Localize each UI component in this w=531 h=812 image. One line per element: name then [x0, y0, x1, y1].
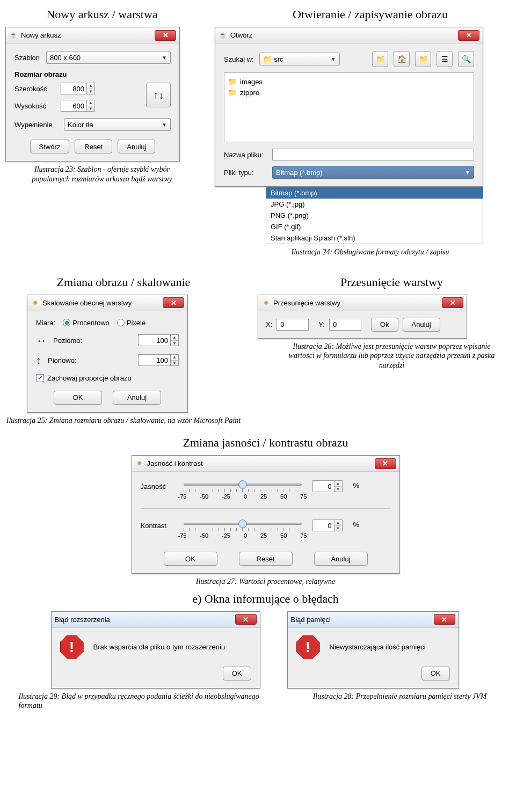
typ-label: Pliki typu:: [224, 169, 267, 177]
window-err-mem: Błąd pamięci ✕ ! Niewystarczająca ilość …: [287, 611, 459, 689]
caption-29: Ilustracja 29: Błąd w przypadku ręcznego…: [19, 692, 266, 711]
window-otworz: ☕ Otwórz ✕ Szukaj w: 📁 src▼ 📁 🏠 📁 ☰ 🔍: [215, 27, 483, 187]
caption-26: Ilustracja 26: Możliwe jest przesunięcie…: [287, 342, 497, 370]
swap-dims-button[interactable]: ↑↓: [146, 83, 171, 107]
poziomo-spin[interactable]: ▲▼: [138, 334, 179, 346]
radio-procentowo[interactable]: Procentowo: [63, 319, 110, 327]
heading-skal: Zmiana obrazu / skalowanie: [5, 275, 242, 289]
caption-25: Ilustracja 25: Zmiana rozmiaru obrazu / …: [6, 416, 241, 426]
close-icon[interactable]: ✕: [235, 614, 257, 625]
miara-label: Miara:: [36, 319, 55, 327]
java-icon: ☕: [219, 31, 227, 40]
reset-button[interactable]: Reset: [239, 552, 293, 566]
nazwa-input[interactable]: [272, 149, 474, 160]
filetype-option[interactable]: PNG (*.png): [266, 210, 483, 221]
detail-view-icon[interactable]: 🔍: [458, 51, 474, 67]
home-icon[interactable]: 🏠: [394, 51, 410, 67]
zachowaj-label: Zachowaj proporcje obrazu: [47, 374, 132, 382]
window-przes: ✺ Przesunięcie warstwy ✕ X: Y: Ok Anuluj: [258, 295, 467, 339]
err-ext-msg: Brak wsparcia dla pliku o tym rozszerzen…: [93, 643, 226, 651]
window-skal: ✺ Skalowanie obecnej warstwy ✕ Miara: Pr…: [27, 295, 188, 413]
kontrast-label: Kontrast: [141, 518, 173, 530]
close-icon[interactable]: ✕: [458, 30, 479, 41]
heading-jas: Zmiana jasności / kontrastu obrazu: [5, 436, 526, 450]
list-view-icon[interactable]: ☰: [437, 51, 453, 67]
x-input[interactable]: [277, 319, 309, 331]
nazwa-label: azwa pliku:: [229, 151, 263, 159]
folder-icon: 📁: [228, 77, 237, 86]
stworz-button[interactable]: Stwórz: [30, 140, 70, 153]
filetype-option[interactable]: Stan aplikacji Splash (*.slh): [266, 232, 483, 244]
ok-button[interactable]: OK: [421, 667, 450, 681]
reset-button[interactable]: Reset: [75, 140, 112, 153]
window-jas: ✺ Jasność i kontrast ✕ Jasność -75-50-25…: [132, 455, 400, 574]
ok-button[interactable]: Ok: [371, 318, 398, 332]
kontrast-slider[interactable]: -75-50-250255075: [184, 518, 302, 538]
java-icon: ✺: [261, 298, 270, 307]
radio-pixele[interactable]: Pixele: [117, 319, 146, 327]
heading-otwieranie: Otwieranie / zapisywanie obrazu: [215, 8, 526, 21]
java-icon: ☕: [9, 31, 18, 40]
list-item[interactable]: 📁ztppro: [228, 87, 470, 98]
szablon-combo[interactable]: 800 x 600▼: [46, 51, 171, 64]
close-icon[interactable]: ✕: [442, 297, 463, 308]
title-otworz: Otwórz: [230, 31, 455, 39]
anuluj-button[interactable]: Anuluj: [118, 140, 155, 153]
szer-spin[interactable]: ▲▼: [61, 83, 95, 94]
ok-button[interactable]: OK: [54, 391, 102, 405]
percent-label: %: [353, 518, 360, 529]
szukaj-label: Szukaj w:: [224, 55, 254, 63]
typ-combo[interactable]: Bitmap (*.bmp)▼: [272, 166, 474, 179]
jasnosc-spin[interactable]: ▲▼: [312, 480, 343, 492]
szukaj-combo[interactable]: 📁 src▼: [259, 53, 340, 65]
wys-spin[interactable]: ▲▼: [61, 100, 95, 112]
vertical-icon: ↕: [36, 354, 41, 367]
wyp-combo[interactable]: Kolor tła▼: [64, 118, 171, 131]
caption-28: Ilustracja 28: Przepełnienie rozmiaru pa…: [313, 692, 487, 701]
filetype-option[interactable]: JPG (*.jpg): [266, 199, 483, 210]
heading-bledy: e) Okna informujące o błędach: [5, 592, 526, 606]
title-err-ext: Błąd rozszerzenia: [55, 616, 232, 624]
caption-23: Ilustracja 23: Szablon - oferuje szybki …: [15, 165, 190, 184]
title-err-mem: Błąd pamięci: [291, 616, 431, 624]
java-icon: ✺: [135, 459, 144, 468]
jasnosc-label: Jasność: [141, 479, 173, 491]
ok-button[interactable]: OK: [164, 552, 217, 566]
filetype-option[interactable]: GIF (*.gif): [266, 221, 483, 232]
szer-label: Szerokość: [14, 85, 52, 93]
close-icon[interactable]: ✕: [375, 458, 396, 469]
close-icon[interactable]: ✕: [434, 614, 455, 625]
ok-button[interactable]: OK: [223, 667, 251, 681]
caption-24: Ilustracja 24: Obsługiwane formaty odczy…: [292, 247, 449, 257]
zachowaj-checkbox[interactable]: ✓: [36, 374, 44, 382]
folder-icon: 📁: [263, 55, 272, 63]
jasnosc-slider[interactable]: -75-50-250255075: [184, 479, 302, 499]
anuluj-button[interactable]: Anuluj: [113, 391, 161, 405]
new-folder-icon[interactable]: 📁: [415, 51, 431, 67]
y-input[interactable]: [329, 319, 361, 331]
pionowo-label: Pionowo:: [48, 356, 85, 364]
list-item[interactable]: 📁images: [228, 76, 470, 87]
anuluj-button[interactable]: Anuluj: [403, 318, 440, 332]
x-label: X:: [266, 320, 272, 328]
err-mem-msg: Niewystarczająca ilość pamięci: [330, 643, 426, 651]
title-skal: Skalowanie obecnej warstwy: [42, 299, 159, 307]
percent-label: %: [353, 479, 360, 489]
wys-label: Wysokość: [14, 102, 52, 110]
title-jas: Jasność i kontrast: [147, 459, 372, 467]
error-icon: !: [296, 635, 320, 659]
kontrast-spin[interactable]: ▲▼: [312, 520, 343, 531]
up-folder-icon[interactable]: 📁: [372, 51, 388, 67]
heading-przes: Przesunięcie warstwy: [258, 275, 526, 289]
rozmiar-label: Rozmiar obrazu: [14, 70, 171, 78]
close-icon[interactable]: ✕: [163, 297, 184, 308]
filetype-option[interactable]: Bitmap (*.bmp): [266, 187, 483, 199]
close-icon[interactable]: ✕: [155, 30, 176, 41]
filetype-dropdown[interactable]: Bitmap (*.bmp) JPG (*.jpg) PNG (*.png) G…: [266, 187, 483, 244]
pionowo-spin[interactable]: ▲▼: [138, 354, 179, 366]
file-list[interactable]: 📁images 📁ztppro: [224, 72, 474, 142]
anuluj-button[interactable]: Anuluj: [314, 552, 368, 566]
window-err-ext: Błąd rozszerzenia ✕ ! Brak wsparcia dla …: [51, 611, 260, 689]
horizontal-icon: ↔: [36, 334, 47, 347]
heading-nowy: Nowy arkusz / warstwa: [5, 8, 199, 21]
